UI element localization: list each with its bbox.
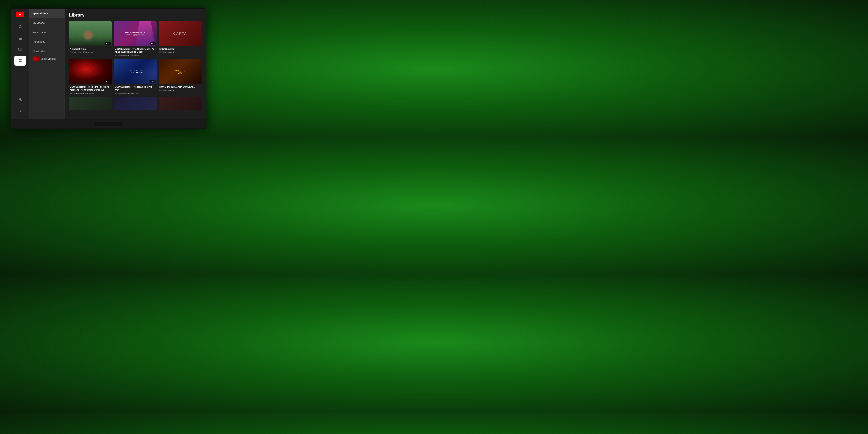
main-content: Library 7:35 A Special Time CaseyNeistat… — [65, 9, 206, 119]
video-info: A Special Time CaseyNeistat • 290K views — [69, 46, 112, 54]
sidebar-item-home[interactable] — [14, 33, 26, 43]
video-info: MCU Supercut - The Fight For Hell's Kitc… — [69, 84, 112, 95]
library-nav-watch-later[interactable]: Watch later — [29, 28, 64, 37]
library-nav-history[interactable]: special-time — [29, 9, 64, 18]
library-nav: special-time My videos Watch later Purch… — [29, 9, 65, 119]
video-title: MCU Supercut - The Fight For Hell's Kitc… — [70, 86, 111, 92]
library-nav-liked-videos[interactable]: LV Liked videos — [29, 53, 64, 64]
video-meta: MCUExchange • 7.9K views — [115, 54, 156, 56]
svg-point-9 — [20, 111, 21, 112]
video-thumbnail-road-infini: ROAD TO AVA — [159, 59, 202, 84]
civil-war-text: THE ROAD TO CIVIL WAR — [127, 69, 143, 74]
video-channel: MCUExchange — [159, 89, 173, 91]
video-views: 9.2K views — [85, 92, 94, 94]
video-info: ROAD TO INFI... ANNOUNCEMI... MCUExchang… — [159, 84, 202, 92]
underneath-title2: AN ALIAS INVESTIGATIONS CASE — [124, 34, 146, 36]
video-card-road-infini[interactable]: ROAD TO AVA ROAD TO INFI... ANNOUNCEMI..… — [159, 59, 202, 95]
tv-screen: special-time My videos Watch later Purch… — [11, 8, 206, 129]
bottom-thumbnail-3 — [159, 97, 202, 110]
video-info: MCU Supercut - The Underneath (An Alias … — [114, 46, 157, 57]
svg-rect-4 — [20, 59, 22, 60]
video-views: 290K views — [83, 51, 93, 53]
playlists-section-header: PLAYLISTS — [29, 48, 64, 53]
svg-rect-3 — [19, 59, 20, 60]
bottom-video-3[interactable] — [159, 97, 202, 110]
bottom-thumbnail-2 — [114, 97, 157, 110]
svg-rect-6 — [20, 61, 22, 62]
bottom-video-2[interactable] — [114, 97, 157, 110]
video-title: ROAD TO INFI... ANNOUNCEMI... — [159, 86, 201, 89]
video-channel: MCUExchange — [115, 92, 128, 94]
sidebar-item-subscriptions[interactable] — [14, 44, 26, 54]
library-nav-my-videos[interactable]: My videos — [29, 18, 64, 28]
video-duration: 7:35 — [105, 42, 111, 45]
video-channel: CaseyNeistat — [70, 51, 81, 53]
bottom-video-grid — [69, 97, 202, 110]
sidebar-item-settings[interactable] — [14, 106, 26, 116]
library-nav-purchases[interactable]: Purchases — [29, 37, 64, 46]
video-thumbnail-underneath: THE UNDERNEATH AN ALIAS INVESTIGATIONS C… — [114, 21, 157, 46]
video-channel: MCUExchange — [115, 54, 128, 56]
underneath-title1: THE UNDERNEATH — [124, 31, 146, 34]
road-infini-bg: ROAD TO AVA — [159, 59, 202, 84]
video-card-civil-war[interactable]: THE ROAD TO CIVIL WAR 7:02 MCU Supercut … — [114, 59, 157, 95]
liked-videos-thumbnail: LV — [33, 57, 39, 61]
captain-bg: CAPTA — [159, 21, 202, 46]
video-channel: MCUExchange — [70, 92, 83, 94]
sidebar — [11, 9, 29, 119]
svg-rect-5 — [19, 61, 20, 62]
thumbnail-text: THE UNDERNEATH AN ALIAS INVESTIGATIONS C… — [124, 31, 146, 36]
video-thumbnail-captain: CAPTA — [159, 21, 202, 46]
video-meta: MCUExchange • 2... — [159, 89, 201, 91]
page-title: Library — [69, 12, 202, 18]
video-meta: MCUExchange • 9.2K views — [70, 92, 111, 94]
video-meta: MCUExchange • 5... — [159, 51, 201, 53]
youtube-logo[interactable] — [16, 11, 24, 17]
caption-text: CAPTA — [173, 32, 187, 36]
video-meta: CaseyNeistat • 290K views — [70, 51, 111, 53]
video-thumbnail-special-time: 7:35 — [69, 21, 112, 46]
video-thumbnail-daredevil: ◉ 8:41 — [69, 59, 112, 84]
video-meta: MCUExchange • 833K views — [115, 92, 156, 94]
video-grid: 7:35 A Special Time CaseyNeistat • 290K … — [69, 21, 202, 95]
tv-base — [11, 119, 206, 129]
svg-point-7 — [19, 98, 21, 99]
video-thumbnail-civil-war: THE ROAD TO CIVIL WAR 7:02 — [114, 59, 157, 84]
video-card-captain[interactable]: CAPTA MCU Supercut MCUExchange • 5... — [159, 21, 202, 57]
svg-line-1 — [21, 27, 22, 28]
video-info: MCU Supercut - The Road To Civil War MCU… — [114, 84, 157, 95]
sidebar-item-account[interactable] — [14, 95, 26, 105]
video-title: MCU Supercut - The Underneath (An Alias … — [115, 48, 156, 54]
video-card-underneath[interactable]: THE UNDERNEATH AN ALIAS INVESTIGATIONS C… — [114, 21, 157, 57]
tv-stand — [94, 122, 123, 126]
video-duration: 7:02 — [150, 80, 156, 83]
road-infini-text: ROAD TO AVA — [175, 69, 186, 74]
sidebar-item-search[interactable] — [14, 22, 26, 31]
video-info: MCU Supercut MCUExchange • 5... — [159, 46, 202, 54]
video-views: 7.9K views — [129, 54, 139, 56]
video-title: MCU Supercut — [159, 48, 201, 51]
svg-point-8 — [21, 99, 22, 101]
sidebar-item-library[interactable] — [14, 56, 26, 66]
bottom-video-1[interactable] — [69, 97, 112, 110]
video-title: A Special Time — [70, 48, 111, 51]
video-channel: MCUExchange — [159, 51, 173, 53]
video-duration: 8:53 — [150, 42, 156, 45]
video-title: MCU Supercut - The Road To Civil War — [115, 86, 156, 92]
bottom-thumbnail-1 — [69, 97, 112, 110]
video-duration: 8:41 — [105, 80, 111, 83]
video-card-special-time[interactable]: 7:35 A Special Time CaseyNeistat • 290K … — [69, 21, 112, 57]
video-views: 833K views — [129, 92, 140, 94]
video-card-daredevil[interactable]: ◉ 8:41 MCU Supercut - The Fight For Hell… — [69, 59, 112, 95]
svg-text:LV: LV — [35, 58, 36, 59]
